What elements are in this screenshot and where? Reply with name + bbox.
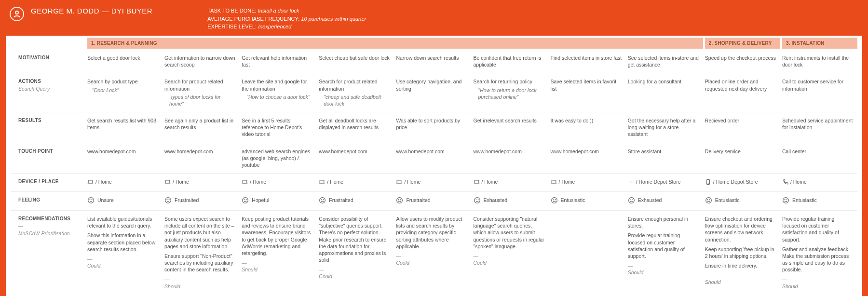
avatar-icon (10, 7, 24, 21)
cell-results-5: Get irrelevant search results (474, 112, 549, 143)
cell-motivation-1: Get information to narrow down search sc… (164, 50, 240, 73)
cell-device-4: / Home (396, 174, 471, 191)
cell-device-8: / Home Depot Store (705, 174, 780, 191)
cell-motivation-4: Narrow down search results (396, 50, 471, 73)
face-exhausted-icon (628, 197, 635, 204)
laptop-icon (474, 179, 480, 185)
cell-recommendations-3: Consider possibility of "subjective" que… (319, 211, 394, 295)
face-hopeful-icon (242, 197, 249, 204)
rowlabel-results: RESULTS (11, 112, 85, 143)
cell-motivation-3: Select cheap but safe door lock (319, 50, 394, 73)
face-frustrated-icon (396, 197, 403, 204)
cell-device-9: / Home (782, 174, 857, 191)
cell-actions-2: Leave the site and google for the inform… (242, 73, 317, 112)
cell-motivation-5: Be confident that free return is applica… (474, 50, 549, 73)
cell-touchpoint-2: advanced web search engines (as google, … (242, 143, 317, 174)
cell-motivation-7: See selected items in-store and get assi… (628, 50, 703, 73)
cell-motivation-2: Get relevant help information fast (242, 50, 317, 73)
call-icon (782, 179, 788, 185)
cell-results-8: Recieved order (705, 112, 780, 143)
cell-feeling-8: Entusiastic (705, 192, 780, 210)
phase-shopping: 2. SHOPPING & DELIVERY (705, 38, 780, 49)
cell-device-3: / Home (319, 174, 394, 191)
cell-recommendations-1: Some users expect search to include all … (164, 211, 240, 295)
laptop-icon (319, 179, 325, 185)
cell-recommendations-9: Provide regular training focused on cust… (782, 211, 857, 295)
cell-motivation-0: Select a good door lock (87, 50, 163, 73)
face-unsure-icon (87, 197, 95, 204)
face-enthusiastic-icon (551, 197, 558, 204)
cell-touchpoint-5: www.homedepot.com (474, 143, 549, 174)
persona-meta: TASK TO BE DONE: Install a door lockAVER… (207, 7, 366, 31)
cell-actions-0: Search by poduct type"Door Lock" (87, 73, 163, 112)
face-frustrated-icon (164, 197, 172, 204)
face-frustrated-icon (319, 197, 326, 204)
cell-actions-8: Placed online order and requested next d… (705, 73, 780, 112)
phone-icon (705, 179, 711, 185)
cell-recommendations-2: Keep posting product tutorials and revie… (242, 211, 317, 295)
cell-touchpoint-3: www.homedepot.com (319, 143, 394, 174)
cell-feeling-9: Entusiastic (782, 192, 857, 210)
cell-touchpoint-9: Call center (782, 143, 857, 174)
none-icon (628, 179, 634, 185)
cell-touchpoint-6: www.homedepot.com (551, 143, 626, 174)
cell-device-1: / Home (164, 174, 240, 191)
cell-actions-5: Search for returning policy"How to retur… (474, 73, 549, 112)
cell-actions-7: Looking for a consultant (628, 73, 703, 112)
rowlabel-recommendations: RECOMMENDATIONS—MoSCoW Prioritisation (11, 211, 85, 295)
rowlabel-motivation: MOTIVATION (11, 50, 85, 73)
phase-research: 1. RESEARCH & PLANNING (87, 38, 703, 49)
cell-motivation-6: Find selected items in store fast (551, 50, 626, 73)
cell-recommendations-5: Consider supporting "natural language" s… (474, 211, 549, 295)
laptop-icon (396, 179, 402, 185)
phase-installation: 3. INSTALATION (782, 38, 857, 49)
cell-results-2: See in a first 5 results reference to Ho… (242, 112, 317, 143)
cell-results-3: Get all deadbolt locks are displayed in … (319, 112, 394, 143)
cell-feeling-4: Frustraited (396, 192, 471, 210)
rowlabel-device: DEVICE / PLACE (11, 174, 85, 191)
laptop-icon (551, 179, 557, 185)
persona-name: GEORGE M. DODD — DYI BUYER (31, 7, 152, 15)
face-enthusiastic-icon (782, 197, 789, 204)
cell-feeling-7: Exhausted (628, 192, 703, 210)
cell-feeling-3: Frustraited (319, 192, 394, 210)
persona-header: GEORGE M. DODD — DYI BUYER TASK TO BE DO… (0, 0, 868, 36)
cell-recommendations-6 (551, 211, 626, 295)
cell-results-4: Was able to sort products by price (396, 112, 471, 143)
cell-results-6: It was easy to do )) (551, 112, 626, 143)
rowlabel-touchpoint: TOUCH POINT (11, 143, 85, 174)
cell-actions-6: Save selected items in favorit list (551, 73, 626, 112)
laptop-icon (242, 179, 248, 185)
journey-board: 1. RESEARCH & PLANNING 2. SHOPPING & DEL… (6, 36, 862, 296)
cell-motivation-9: Rent instruments to install the door loc… (782, 50, 857, 73)
cell-touchpoint-8: Delivery service (705, 143, 780, 174)
cell-device-7: / Home Depot Store (628, 174, 703, 191)
cell-device-0: / Home (87, 174, 163, 191)
cell-actions-4: Use category navigation, and sorting (396, 73, 471, 112)
phase-row: 1. RESEARCH & PLANNING 2. SHOPPING & DEL… (6, 36, 862, 50)
cell-feeling-1: Frustraited (164, 192, 240, 210)
cell-results-0: Get search results list with 903 items (87, 112, 163, 143)
cell-device-6: / Home (551, 174, 626, 191)
cell-touchpoint-0: www.homedepot.com (87, 143, 163, 174)
cell-feeling-5: Exhausted (474, 192, 549, 210)
rowlabel-actions: ACTIONSSearch Query (11, 73, 85, 112)
cell-recommendations-8: Ensure checkout and ordering flow optimi… (705, 211, 780, 295)
face-enthusiastic-icon (705, 197, 712, 204)
laptop-icon (87, 179, 94, 185)
cell-recommendations-7: Ensure enough personal in stores.Provide… (628, 211, 703, 295)
cell-feeling-2: Hopeful (242, 192, 317, 210)
cell-recommendations-0: List available guides/tutorials relevant… (87, 211, 163, 295)
cell-results-1: See again only a product list in search … (164, 112, 240, 143)
cell-actions-3: Search for product related information"c… (319, 73, 394, 112)
cell-motivation-8: Speed up the checkout process (705, 50, 780, 73)
journey-grid: MOTIVATIONSelect a good door lockGet inf… (6, 50, 862, 295)
laptop-icon (164, 179, 171, 185)
cell-touchpoint-7: Store assistant (628, 143, 703, 174)
cell-actions-1: Search for product related information"t… (164, 73, 240, 112)
cell-touchpoint-1: www.homedepot.com (164, 143, 240, 174)
cell-results-7: Got the necessary help after a long wait… (628, 112, 703, 143)
cell-results-9: Scheduled service appointment for instal… (782, 112, 857, 143)
cell-device-5: / Home (474, 174, 549, 191)
cell-recommendations-4: Allow users to modify product lists and … (396, 211, 471, 295)
